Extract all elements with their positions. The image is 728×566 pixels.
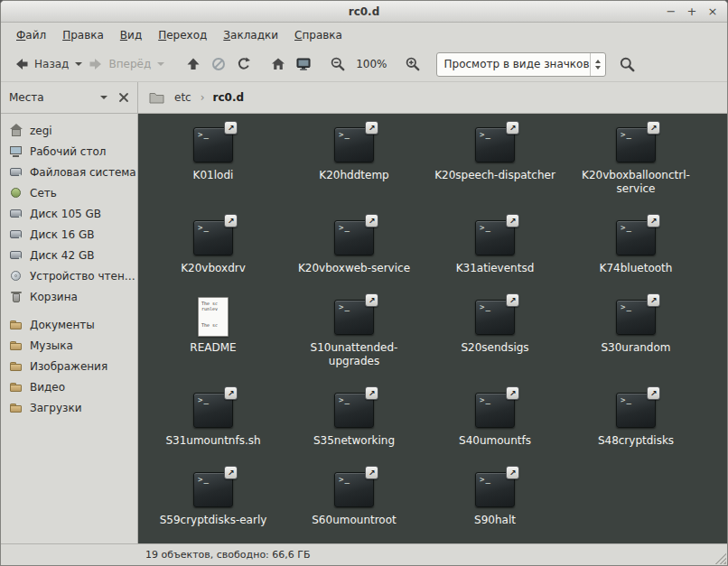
sidebar-item-label: Диск 16 GB <box>30 228 94 241</box>
file-name: K20vboxballoonctrl-service <box>568 169 704 196</box>
view-mode-spinner[interactable] <box>590 53 605 76</box>
symlink-emblem-icon <box>365 293 378 307</box>
close-button[interactable]: × <box>704 4 722 20</box>
file-item[interactable]: S40umountfs <box>425 390 565 469</box>
desktop-icon <box>295 56 312 72</box>
symlink-emblem-icon <box>506 121 519 135</box>
sidebar-item[interactable]: Корзина <box>1 286 137 307</box>
file-name: K01lodi <box>193 169 234 182</box>
file-item[interactable]: K20vboxdrv <box>143 218 284 297</box>
file-item[interactable]: K74bluetooth <box>565 218 706 297</box>
file-name: S60umountroot <box>312 514 397 527</box>
desktop-button[interactable] <box>291 51 316 77</box>
symlink-emblem-icon <box>365 466 378 479</box>
symlink-emblem-icon <box>647 121 660 135</box>
back-history-dropdown[interactable] <box>72 51 84 77</box>
menu-item[interactable]: Закладки <box>215 25 286 45</box>
file-icon <box>614 125 658 164</box>
sidebar-item[interactable]: Устройство чтен… <box>1 265 137 286</box>
menu-item[interactable]: Справка <box>286 25 350 45</box>
reload-button[interactable] <box>231 51 257 77</box>
close-sidebar-icon[interactable] <box>118 92 129 103</box>
zoom-in-button[interactable] <box>400 51 425 77</box>
sidebar-item[interactable]: Видео <box>1 376 137 397</box>
file-icon <box>473 297 517 337</box>
file-item[interactable]: S10unattended-upgrades <box>284 297 425 390</box>
sidebar-item[interactable]: Диск 16 GB <box>1 224 137 245</box>
file-item[interactable]: K20hddtemp <box>284 125 425 218</box>
toolbar: Назад Вперёд <box>1 47 727 82</box>
menu-item[interactable]: Файл <box>8 25 54 45</box>
menu-item[interactable]: Вид <box>112 25 150 45</box>
statusbar: 19 объектов, свободно: 66,6 ГБ <box>1 543 727 565</box>
sidebar-item[interactable]: Изображения <box>1 356 137 376</box>
titlebar[interactable]: rc0.d −+× <box>1 1 727 23</box>
file-name: S48cryptdisks <box>598 434 674 448</box>
file-item[interactable]: S59cryptdisks-early <box>143 469 284 543</box>
back-icon <box>14 56 30 72</box>
file-item[interactable]: S30urandom <box>565 297 706 390</box>
maximize-button[interactable]: + <box>683 4 701 20</box>
spin-down-icon <box>595 66 601 70</box>
sidebar-item[interactable]: Рабочий стол <box>1 141 137 162</box>
file-icon <box>473 125 517 164</box>
file-name: S20sendsigs <box>461 341 528 355</box>
file-item[interactable]: K20speech-dispatcher <box>425 125 565 218</box>
stop-button[interactable] <box>206 51 231 77</box>
menu-item[interactable]: Правка <box>54 25 112 45</box>
file-item[interactable]: S31umountnfs.sh <box>143 390 284 469</box>
file-item[interactable]: K20vboxballoonctrl-service <box>565 125 706 218</box>
home-button[interactable] <box>266 51 291 77</box>
sidebar-item[interactable]: Музыка <box>1 335 137 356</box>
zoom-out-button[interactable] <box>325 51 350 77</box>
file-item[interactable]: S35networking <box>284 390 425 469</box>
sidebar-item-label: Файловая система <box>30 166 136 179</box>
file-item[interactable]: S60umountroot <box>284 469 425 543</box>
status-text: 19 объектов, свободно: 66,6 ГБ <box>145 549 311 561</box>
pathbar: etcrc0.d <box>138 82 727 113</box>
file-item[interactable]: S90halt <box>425 469 565 543</box>
file-item[interactable]: K20vboxweb-service <box>284 218 425 297</box>
sidebar-item[interactable]: Диск 42 GB <box>1 245 137 265</box>
view-mode-select[interactable]: Просмотр в виде значков <box>436 52 606 77</box>
search-button[interactable] <box>615 51 640 77</box>
file-name: S40umountfs <box>459 434 531 448</box>
menu-item[interactable]: Переход <box>150 25 215 45</box>
pathrow: Места etcrc0.d <box>1 82 727 114</box>
file-name: S35networking <box>313 434 395 448</box>
file-icon <box>191 125 235 164</box>
file-item[interactable]: The sc runlev The sc README <box>143 297 284 390</box>
text-file-icon: The sc runlev The sc <box>198 297 229 337</box>
sidebar-item[interactable]: Документы <box>1 314 137 335</box>
sidebar-item-label: Видео <box>30 381 65 394</box>
back-button[interactable]: Назад <box>10 51 72 77</box>
sidebar-header: Места <box>1 82 138 113</box>
view-mode-value: Просмотр в виде значков <box>437 58 590 70</box>
sidebar-item[interactable]: zegi <box>1 120 137 141</box>
file-item[interactable]: S48cryptdisks <box>565 390 706 469</box>
sidebar-item-label: Загрузки <box>30 402 82 414</box>
folder-icon <box>9 359 23 374</box>
sidebar-item[interactable]: Файловая система <box>1 162 137 182</box>
sidebar-item[interactable]: Диск 105 GB <box>1 203 137 224</box>
path-segment[interactable]: rc0.d <box>196 89 248 106</box>
places-dropdown-icon[interactable] <box>100 96 107 99</box>
spin-up-icon <box>595 60 601 63</box>
path-segment[interactable]: etc <box>170 89 196 106</box>
sidebar-item-label: Рабочий стол <box>30 145 106 158</box>
file-name: K74bluetooth <box>600 262 673 275</box>
forward-button[interactable]: Вперёд <box>84 51 154 77</box>
file-icon <box>191 218 235 257</box>
file-item[interactable]: K31atieventsd <box>425 218 565 297</box>
file-icon <box>332 297 376 337</box>
search-icon <box>619 56 636 73</box>
sidebar-item[interactable]: Сеть <box>1 182 137 203</box>
resize-grip[interactable] <box>714 552 726 564</box>
trash-icon <box>9 290 23 304</box>
up-button[interactable] <box>181 51 206 77</box>
minimize-button[interactable]: − <box>662 4 680 20</box>
sidebar-item[interactable]: Загрузки <box>1 397 137 418</box>
file-item[interactable]: S20sendsigs <box>425 297 565 390</box>
forward-history-dropdown[interactable] <box>154 51 166 77</box>
file-item[interactable]: K01lodi <box>143 125 284 218</box>
